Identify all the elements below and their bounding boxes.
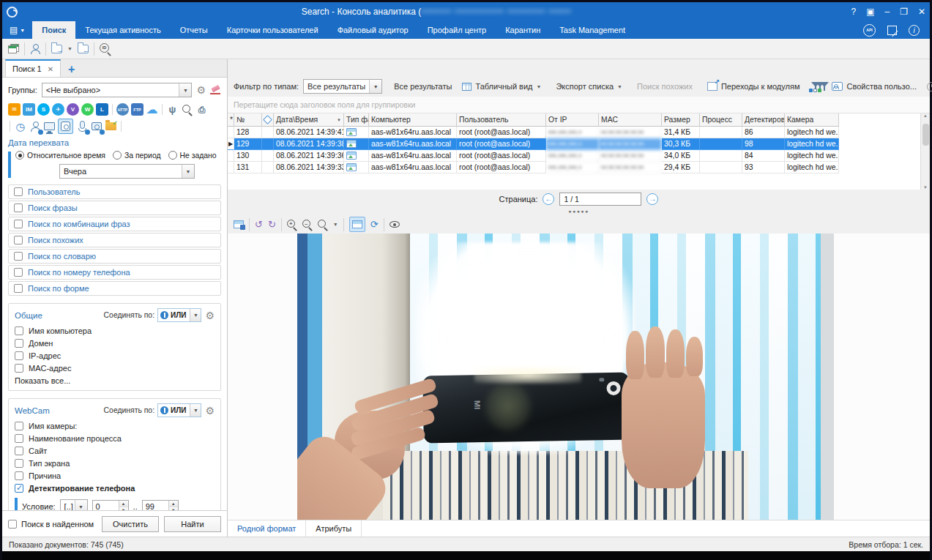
menu-tab-poisk[interactable]: Поиск — [32, 21, 75, 39]
export-list-button[interactable]: Экспорт списка▼ — [553, 82, 625, 91]
checkbox[interactable] — [15, 447, 23, 455]
spinner-buttons[interactable]: ▲▼ — [168, 501, 178, 511]
printer-icon[interactable]: ⎙ — [195, 103, 208, 116]
usb-icon[interactable]: ψ — [166, 103, 179, 116]
go-to-modules-button[interactable]: Переходы к модулям — [704, 82, 803, 91]
deploy-package-icon[interactable] — [887, 26, 897, 35]
col-size[interactable]: Размер — [662, 113, 700, 127]
scrollbar-thumb[interactable] — [922, 124, 929, 146]
scroll-down-icon[interactable]: ▼ — [921, 185, 930, 190]
save-image-icon[interactable] — [234, 220, 244, 228]
eye-icon[interactable] — [389, 221, 400, 228]
next-page-button[interactable]: → — [646, 193, 658, 205]
col-process[interactable]: Процесс — [700, 113, 742, 127]
monitor-icon[interactable] — [43, 120, 56, 132]
checkbox[interactable] — [14, 187, 23, 196]
checkbox[interactable] — [8, 520, 17, 529]
chevron-down-icon[interactable]: ▼ — [75, 500, 87, 510]
telegram-icon[interactable]: ✈ — [52, 103, 64, 116]
api-icon[interactable]: API — [863, 24, 876, 37]
common-item-ip[interactable]: IP-адрес — [15, 351, 215, 360]
condition-operator-select[interactable]: [..] ▼ — [60, 499, 88, 510]
common-item-domain[interactable]: Домен — [15, 339, 215, 348]
radio-relative-time[interactable]: Относительное время — [15, 151, 105, 160]
spinner-buttons[interactable]: ▲▼ — [119, 501, 128, 511]
webcam-item-screen-type[interactable]: Тип экрана — [15, 459, 215, 468]
close-tab-icon[interactable]: ✕ — [48, 65, 53, 73]
checkbox[interactable] — [14, 204, 23, 212]
condition-from-stepper[interactable]: 0 ▲▼ — [92, 500, 129, 511]
zoom-out-icon[interactable] — [302, 220, 313, 230]
spin-up-icon[interactable]: ▲ — [169, 501, 178, 507]
groups-select[interactable]: <Не выбрано> ▼ — [42, 83, 193, 97]
info-icon[interactable]: i — [909, 25, 920, 36]
find-user-icon[interactable] — [30, 44, 40, 54]
tab-native-format[interactable]: Родной формат — [228, 520, 306, 537]
checkbox[interactable] — [15, 471, 23, 480]
table-row-selected[interactable]: ▶ 129 08.06.2021 14:39:38 aas-w81x64ru.a… — [228, 138, 839, 150]
eraser-icon[interactable] — [210, 86, 221, 94]
rotate-right-icon[interactable]: ↻ — [268, 220, 276, 229]
clock-icon[interactable]: ◷ — [14, 120, 26, 132]
mail-icon[interactable]: ✉ — [8, 103, 20, 116]
checkbox[interactable] — [15, 422, 23, 430]
table-row[interactable]: 131 08.06.2021 14:39:33 aas-w81x64ru.aas… — [228, 162, 839, 173]
menu-tab-profile-center[interactable]: Профайл центр — [418, 21, 496, 39]
col-filetype[interactable]: Тип фа — [344, 113, 369, 127]
condition-to-stepper[interactable]: 99 ▲▼ — [142, 500, 179, 511]
checkbox[interactable] — [15, 351, 23, 360]
zoom-level-icon[interactable] — [318, 220, 328, 230]
minimize-button[interactable]: – — [884, 7, 890, 17]
fit-to-window-button-selected[interactable] — [349, 217, 365, 232]
refresh-icon[interactable]: ⟳ — [370, 220, 379, 229]
chevron-down-icon[interactable]: ▼ — [179, 83, 191, 97]
viber-icon[interactable]: V — [67, 103, 79, 116]
show-all-link[interactable]: Показать все... — [15, 376, 215, 385]
gear-icon[interactable]: ⚙ — [205, 406, 215, 416]
page-input[interactable]: 1 / 1 — [559, 193, 641, 206]
period-select[interactable]: Вчера ▼ — [59, 164, 195, 179]
search-by-id-icon[interactable] — [100, 43, 111, 55]
checkbox[interactable] — [15, 339, 23, 348]
webcam-item-phone-detection[interactable]: Детектирование телефона — [15, 484, 215, 493]
menu-tab-task-management[interactable]: Task Management — [550, 21, 635, 39]
clear-button[interactable]: Очистить — [102, 516, 159, 532]
gear-icon[interactable]: ⚙ — [205, 310, 215, 321]
folder-source-icon[interactable] — [105, 120, 117, 132]
zoom-in-icon[interactable] — [287, 220, 297, 230]
search-tab-1[interactable]: Поиск 1 ✕ — [5, 59, 61, 77]
filter-form[interactable]: Поиск по форме — [8, 281, 221, 296]
spin-down-icon[interactable]: ▼ — [119, 507, 128, 511]
filter-similar[interactable]: Поиск похожих — [8, 233, 221, 247]
filter-phrase-combo[interactable]: Поиск по комбинации фраз — [8, 217, 221, 231]
ftp-icon[interactable]: FTP — [131, 103, 143, 116]
pin-window-button[interactable]: ▣ — [866, 7, 874, 17]
checkbox[interactable] — [15, 459, 23, 468]
filter-phrase[interactable]: Поиск фразы — [8, 201, 221, 215]
webcam-item-process[interactable]: Наименование процесса — [15, 434, 215, 443]
col-user[interactable]: Пользователь — [457, 113, 546, 127]
menu-tab-quarantine[interactable]: Карантин — [496, 21, 550, 39]
checkbox[interactable] — [14, 236, 23, 244]
col-computer[interactable]: Компьютер — [369, 113, 457, 127]
chevron-down-icon[interactable]: ▼ — [190, 309, 201, 321]
common-item-mac[interactable]: MAC-адрес — [15, 364, 215, 373]
splitter-handle[interactable]: ●●●●● — [228, 209, 930, 215]
col-num[interactable]: № — [234, 113, 262, 127]
webcam-item-camera-name[interactable]: Имя камеры: — [15, 422, 215, 430]
chevron-down-icon[interactable]: ▼ — [190, 404, 201, 417]
radio-period[interactable]: За период — [113, 151, 161, 160]
checkbox[interactable] — [15, 326, 23, 335]
col-camera[interactable]: Камера — [785, 113, 839, 127]
webcam-source-selected[interactable] — [58, 119, 73, 134]
rotate-left-icon[interactable]: ↺ — [255, 220, 263, 229]
group-by-hint[interactable]: Перетащите сюда заголовок поля для групп… — [228, 97, 930, 113]
user-activity-icon[interactable] — [29, 120, 41, 132]
menu-tab-current-activity[interactable]: Текущая активность — [75, 21, 170, 39]
prev-page-button[interactable]: ← — [543, 193, 554, 205]
col-tag[interactable] — [262, 113, 274, 127]
spin-up-icon[interactable]: ▲ — [119, 501, 128, 507]
spin-down-icon[interactable]: ▼ — [169, 507, 178, 511]
user-properties-button[interactable]: Свойства пользо... — [829, 82, 920, 91]
add-search-tab-button[interactable]: + — [61, 62, 82, 77]
